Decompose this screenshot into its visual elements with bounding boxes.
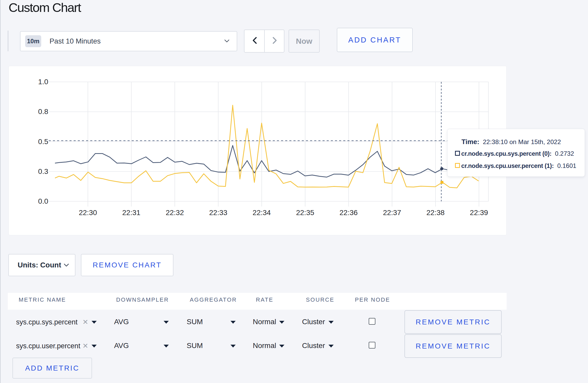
- svg-text:22:34: 22:34: [253, 209, 271, 217]
- svg-text:22:36: 22:36: [340, 209, 358, 217]
- svg-text:22:37: 22:37: [383, 209, 401, 217]
- svg-text:0.8: 0.8: [38, 108, 48, 116]
- svg-text:22:35: 22:35: [296, 209, 314, 217]
- svg-text:0.3: 0.3: [38, 167, 48, 175]
- svg-text:22:38: 22:38: [426, 209, 445, 217]
- svg-text:22:30: 22:30: [79, 209, 97, 217]
- svg-text:0.0: 0.0: [38, 197, 48, 205]
- svg-text:22:39: 22:39: [470, 209, 488, 217]
- svg-text:22:31: 22:31: [122, 209, 141, 217]
- svg-text:22:33: 22:33: [209, 209, 227, 217]
- svg-text:1.0: 1.0: [38, 78, 48, 86]
- svg-text:22:32: 22:32: [166, 209, 184, 217]
- svg-text:0.5: 0.5: [38, 138, 48, 146]
